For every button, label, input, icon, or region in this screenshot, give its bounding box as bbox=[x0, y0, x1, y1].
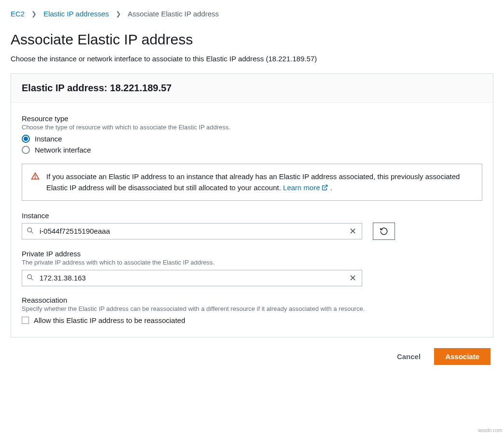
svg-point-1 bbox=[35, 178, 35, 178]
search-icon bbox=[27, 227, 34, 236]
warning-box: If you associate an Elastic IP address t… bbox=[22, 164, 482, 201]
page-title: Associate Elastic IP address bbox=[11, 31, 493, 48]
radio-instance[interactable]: Instance bbox=[22, 135, 482, 143]
breadcrumb: EC2 ❯ Elastic IP addresses ❯ Associate E… bbox=[11, 10, 493, 18]
instance-label: Instance bbox=[22, 211, 482, 220]
instance-input-wrapper: ✕ bbox=[22, 223, 362, 239]
private-ip-group: Private IP address The private IP addres… bbox=[22, 250, 482, 286]
private-ip-label: Private IP address bbox=[22, 250, 482, 258]
resource-type-help: Choose the type of resource with which t… bbox=[22, 124, 482, 131]
reassociation-checkbox-label: Allow this Elastic IP address to be reas… bbox=[34, 316, 185, 324]
warning-link-text: Learn more bbox=[283, 183, 320, 192]
radio-network-interface-label: Network interface bbox=[35, 146, 91, 154]
breadcrumb-parent-link[interactable]: Elastic IP addresses bbox=[43, 10, 109, 18]
main-panel: Elastic IP address: 18.221.189.57 Resour… bbox=[11, 73, 493, 337]
breadcrumb-root-link[interactable]: EC2 bbox=[11, 10, 25, 18]
instance-group: Instance ✕ bbox=[22, 211, 482, 240]
resource-type-label: Resource type bbox=[22, 114, 482, 123]
warning-learn-more-link[interactable]: Learn more bbox=[283, 183, 328, 192]
svg-point-5 bbox=[27, 274, 32, 279]
private-ip-help: The private IP address with which to ass… bbox=[22, 259, 482, 266]
private-ip-input-wrapper: ✕ bbox=[22, 270, 362, 286]
svg-line-4 bbox=[31, 231, 33, 233]
breadcrumb-current: Associate Elastic IP address bbox=[128, 10, 219, 18]
panel-header-title: Elastic IP address: 18.221.189.57 bbox=[22, 83, 172, 93]
svg-line-2 bbox=[324, 185, 327, 188]
panel-header-label: Elastic IP address: bbox=[22, 83, 110, 93]
associate-button[interactable]: Associate bbox=[434, 348, 490, 365]
search-icon bbox=[27, 274, 34, 282]
cancel-button[interactable]: Cancel bbox=[394, 352, 423, 361]
reassociation-help: Specify whether the Elastic IP address c… bbox=[22, 305, 482, 312]
refresh-button[interactable] bbox=[373, 223, 395, 240]
reassociation-group: Reassociation Specify whether the Elasti… bbox=[22, 296, 482, 324]
page-subtitle: Choose the instance or network interface… bbox=[11, 55, 493, 63]
radio-checked-icon bbox=[22, 135, 30, 143]
chevron-right-icon: ❯ bbox=[31, 10, 37, 17]
radio-unchecked-icon bbox=[22, 146, 30, 154]
resource-type-group: Resource type Choose the type of resourc… bbox=[22, 114, 482, 154]
warning-text: If you associate an Elastic IP address t… bbox=[46, 172, 460, 192]
warning-icon bbox=[31, 172, 40, 194]
clear-icon[interactable]: ✕ bbox=[347, 225, 358, 238]
private-ip-input[interactable] bbox=[22, 270, 362, 286]
refresh-icon bbox=[380, 227, 388, 236]
radio-instance-label: Instance bbox=[35, 135, 62, 143]
clear-icon[interactable]: ✕ bbox=[347, 272, 358, 284]
chevron-right-icon: ❯ bbox=[116, 10, 121, 17]
footer-actions: Cancel Associate bbox=[11, 348, 493, 365]
warning-trailing: . bbox=[328, 183, 332, 192]
reassociation-checkbox-row[interactable]: Allow this Elastic IP address to be reas… bbox=[22, 316, 482, 324]
reassociation-label: Reassociation bbox=[22, 296, 482, 304]
instance-input[interactable] bbox=[22, 223, 362, 239]
svg-line-6 bbox=[31, 278, 33, 280]
external-link-icon bbox=[321, 184, 328, 191]
panel-header: Elastic IP address: 18.221.189.57 bbox=[11, 74, 493, 103]
radio-network-interface[interactable]: Network interface bbox=[22, 146, 482, 154]
warning-text-container: If you associate an Elastic IP address t… bbox=[46, 171, 473, 194]
checkbox-unchecked-icon bbox=[22, 317, 29, 324]
panel-header-ip: 18.221.189.57 bbox=[110, 83, 172, 93]
svg-point-3 bbox=[27, 227, 32, 232]
